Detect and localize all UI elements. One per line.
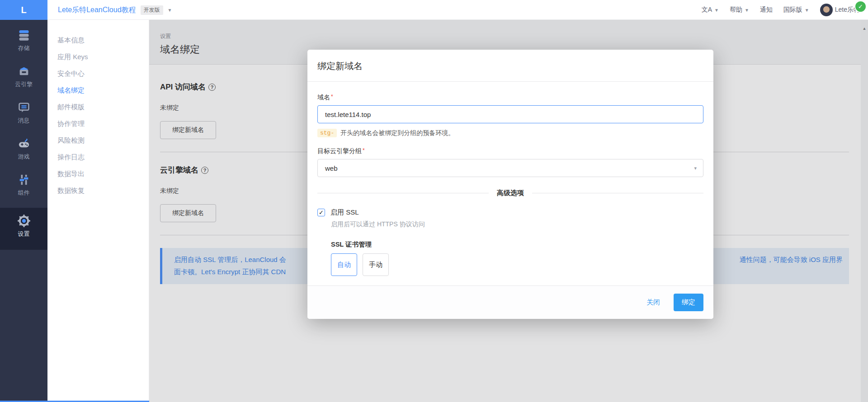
ssl-hint-text: 启用后可以通过 HTTPS 协议访问 [331,220,703,229]
chevron-down-icon: ▼ [745,8,749,13]
enable-ssl-row[interactable]: ✓ 启用 SSL [317,208,703,217]
cert-auto-button[interactable]: 自动 [331,253,357,276]
required-asterisk: * [363,147,365,154]
sidebar-item-messages[interactable]: 消息 [0,101,47,125]
gamepad-icon [18,137,30,150]
scroll-up-arrow-icon[interactable]: ▲ [863,26,867,402]
group-field-label: 目标云引擎分组* [317,147,703,155]
sidebar-item-label: 云引擎 [15,81,33,88]
components-icon [18,173,30,186]
sidebar-item-components[interactable]: 组件 [0,173,47,197]
selected-group-value: web [325,164,338,172]
sidebar-item-settings[interactable]: 设置 [0,208,47,250]
cert-management-label: SSL 证书管理 [331,240,703,249]
user-menu[interactable]: Lete乐特 [820,4,860,16]
menu-item-data-export[interactable]: 数据导出 [47,165,149,182]
domain-field-label: 域名* [317,93,703,102]
close-button[interactable]: 关闭 [646,298,660,307]
chevron-down-icon: ▼ [714,8,719,13]
menu-item-operation-logs[interactable]: 操作日志 [47,149,149,165]
modal-footer: 关闭 绑定 [307,285,713,319]
sidebar-item-storage[interactable]: 存储 [0,29,47,52]
menu-item-domain-binding[interactable]: 域名绑定 [47,82,149,98]
menu-item-security-center[interactable]: 安全中心 [47,65,149,82]
domain-label-text: 域名 [317,93,330,101]
language-menu[interactable]: 文A ▼ [702,6,719,14]
menu-item-collaboration[interactable]: 协作管理 [47,115,149,132]
menu-item-data-restore[interactable]: 数据恢复 [47,182,149,199]
cert-manual-button[interactable]: 手动 [363,253,389,276]
app-logo[interactable]: L [0,0,47,20]
sidebar: 存储 云引擎 消息 [0,20,47,402]
chevron-down-icon: ▼ [805,8,809,13]
extension-check-badge[interactable]: ✓ [854,0,867,13]
stg-prefix-badge: stg- [317,129,337,137]
modal-title: 绑定新域名 [317,60,703,72]
group-label-text: 目标云引擎分组 [317,147,362,154]
leancloud-console: L Lete乐特LeanCloud教程 开发版 ▼ 文A ▼ 帮助 ▼ 通知 国… [0,0,868,402]
edition-menu[interactable]: 国际版 ▼ [783,6,809,14]
edition-label: 国际版 [783,6,802,14]
menu-item-email-templates[interactable]: 邮件模版 [47,98,149,115]
gear-icon [18,215,30,227]
menu-item-app-keys[interactable]: 应用 Keys [47,48,149,65]
language-icon: 文A [702,6,712,14]
help-label: 帮助 [730,6,742,14]
required-asterisk: * [331,93,333,100]
help-menu[interactable]: 帮助 ▼ [730,6,749,14]
notifications-link[interactable]: 通知 [760,6,773,14]
engine-group-select[interactable]: web ▾ [317,159,703,177]
modal-body: 域名* stg- 开头的域名会被绑定到分组的预备环境。 目标云引擎分组* web… [307,82,713,276]
sidebar-item-label: 游戏 [18,153,30,160]
advanced-options-label: 高级选项 [497,189,524,197]
topbar: L Lete乐特LeanCloud教程 开发版 ▼ 文A ▼ 帮助 ▼ 通知 国… [0,0,868,20]
ssl-checkbox-label: 启用 SSL [330,208,359,217]
topbar-menu: 文A ▼ 帮助 ▼ 通知 国际版 ▼ Lete乐特 [702,0,860,20]
modal-header: 绑定新域名 [307,50,713,82]
sidebar-item-engine[interactable]: 云引擎 [0,65,47,89]
stg-hint-row: stg- 开头的域名会被绑定到分组的预备环境。 [317,129,703,137]
chevron-down-icon: ▾ [694,165,697,171]
menu-item-risk-detection[interactable]: 风险检测 [47,132,149,149]
cert-management-toggle: 自动 手动 [331,253,703,276]
advanced-options-divider: 高级选项 [317,189,703,197]
vertical-scrollbar[interactable]: ▲ [861,20,868,402]
app-switcher[interactable]: Lete乐特LeanCloud教程 开发版 ▼ [58,0,172,20]
app-env-badge: 开发版 [141,5,163,15]
domain-input[interactable] [317,105,703,123]
database-icon [18,29,30,42]
sidebar-item-games[interactable]: 游戏 [0,137,47,161]
sidebar-item-label: 存储 [18,45,30,51]
sidebar-item-label: 设置 [18,230,30,237]
bind-domain-modal: 绑定新域名 域名* stg- 开头的域名会被绑定到分组的预备环境。 目标云引擎分… [307,50,713,319]
avatar[interactable] [820,4,833,16]
settings-menu: 基本信息 应用 Keys 安全中心 域名绑定 邮件模版 协作管理 风险检测 操作… [47,20,149,402]
app-title[interactable]: Lete乐特LeanCloud教程 [58,5,136,15]
stg-hint-text: 开头的域名会被绑定到分组的预备环境。 [340,129,454,137]
chevron-down-icon: ▼ [168,8,172,13]
divider-line [532,193,703,193]
divider-line [317,193,489,193]
ssl-checkbox[interactable]: ✓ [317,209,325,216]
engine-icon [18,65,30,78]
menu-item-basic-info[interactable]: 基本信息 [47,32,149,48]
sidebar-item-label: 消息 [18,117,30,124]
notifications-label: 通知 [760,6,773,14]
message-icon [18,101,30,114]
sidebar-item-label: 组件 [18,189,30,196]
bind-button[interactable]: 绑定 [674,294,703,311]
